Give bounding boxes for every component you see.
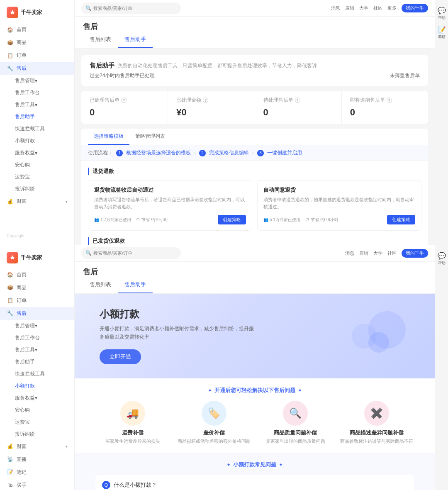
refund-card-1-desc: 消费者申请退货退款的，如果超越的退货退款是签收指定时间内，就自动审核通过。 [263,196,415,210]
home-icon-b: 🏠 [7,271,13,278]
sidebar-sub-security[interactable]: 安心购 [0,159,74,171]
stat-expiring: 即将逾期售后单 ? 0 [342,91,428,124]
feature-icon-2: 🔍 [283,401,308,426]
sidebar-item-home-b[interactable]: 🏠 首页 [0,268,74,281]
sidebar-sub-manage[interactable]: 售后管理 ▾ [0,75,74,87]
faq-q-icon-0: Q [102,481,110,489]
stat-label-1: 已处理金额 [176,97,201,104]
main-content-bottom: 🔍 消息 店铺 大学 社区 我的千牛 售后 售后列表 售后助手 [75,245,435,490]
feature-name-3: 商品描述差异问题补偿 [350,429,404,436]
info-icon-3[interactable]: ? [387,98,392,103]
feature-icon-3: ✖️ [364,401,389,426]
sidebar-item-order[interactable]: 📋 订单 [0,49,74,62]
sidebar-sub-logistics-b[interactable]: 运费宝 [0,416,74,428]
feedback-btn[interactable]: 📝 调研 [438,26,446,40]
tab-manage[interactable]: 策略管理列表 [129,129,171,145]
hero-illustration [319,307,410,365]
nav-action-msg-b[interactable]: 消息 [345,250,354,256]
sidebar-copyright: Copyright [0,230,74,241]
goods-icon: 📦 [7,39,13,46]
tab-list[interactable]: 售后列表 [83,32,118,48]
sidebar-sub-assistant[interactable]: 售后助手 [0,111,74,123]
user-btn-bottom[interactable]: 我的千牛 [402,249,428,258]
stat-value-3: 0 [350,107,420,118]
sidebar-sub-quick[interactable]: 快速拦截工具 [0,123,74,135]
sidebar-sub-workbench-b[interactable]: 售后工作台 [0,332,74,344]
sidebar-item-finance-b[interactable]: 💰 财富 ▾ [0,440,74,453]
search-input-bottom[interactable] [93,251,177,256]
sidebar-item-home[interactable]: 🏠 首页 [0,23,74,36]
feature-name-2: 商品质量问题补偿 [274,429,317,436]
help-label: 帮助 [438,15,446,21]
features-title: 开通后您可轻松解决以下售后问题 [214,387,295,394]
sidebar-logo: 千牛卖家 [0,3,74,23]
info-icon-1[interactable]: ? [203,98,208,103]
hero-open-btn[interactable]: 立即开通 [100,349,141,364]
sidebar-sub-tools-b[interactable]: 售后工具 ▾ [0,344,74,356]
sidebar-bottom: 千牛卖家 🏠 首页 📦 商品 📋 订单 🔧 售后 售后管理 ▾ [0,245,75,490]
sidebar-item-finance[interactable]: 💰 财富 ▾ [0,195,74,208]
sidebar-sub-tasks[interactable]: 投诉纠纷 [0,183,74,195]
sidebar-item-aftersale-b[interactable]: 🔧 售后 [0,307,74,320]
nav-action-msg[interactable]: 消息 [331,5,340,11]
nav-action-community[interactable]: 社区 [373,5,382,11]
feature-name-0: 运费补偿 [122,429,144,436]
page-tabs-bottom: 售后列表 售后助手 [83,277,426,293]
tab-assistant-bottom[interactable]: 售后助手 [118,277,153,293]
stat-time: ⏱ 节省 约10小时 [136,217,168,223]
user-btn[interactable]: 我的千牛 [402,4,428,12]
info-icon-2[interactable]: ? [295,98,300,103]
sidebar-sub-small-payment[interactable]: 小额打款 [0,135,74,147]
sidebar-item-order-b[interactable]: 📋 订单 [0,294,74,307]
nav-action-university[interactable]: 大学 [359,5,368,11]
nav-action-university-b[interactable]: 大学 [373,250,382,256]
sidebar-sub-service-rights-b[interactable]: 服务权益 ▾ [0,392,74,404]
faq-bullet-left: ◆ [227,463,230,466]
sidebar-sub-tools[interactable]: 售后工具 ▾ [0,99,74,111]
clock-icon: ⏱ [305,217,309,222]
sidebar-item-note-b[interactable]: 📝 笔记 [0,466,74,479]
nav-action-community-b[interactable]: 社区 [387,250,397,256]
sidebar-sub-security-b[interactable]: 安心购 [0,404,74,416]
search-box[interactable]: 🔍 [81,2,181,14]
sidebar-logo-bottom: 千牛卖家 [0,249,74,268]
stat-value-1: ¥0 [176,107,246,118]
stat-pending: 待处理售后单 ? 0 [255,91,342,124]
search-box-bottom[interactable]: 🔍 [81,247,181,259]
sidebar-item-live-b[interactable]: 📡 直播 [0,453,74,466]
sidebar-sub-tasks-b[interactable]: 投诉纠纷 [0,428,74,440]
create-btn-1[interactable]: 创建策略 [387,215,415,224]
nav-action-store[interactable]: 店铺 [345,5,354,11]
sidebar-sub-small-payment-b[interactable]: 小额打款 [0,380,74,392]
refund-card-0: 退货物流签收后自动通过 消费者填写退货物流单号后，若退货商品已根据承诺签收指定时… [88,180,252,231]
info-icon-0[interactable]: ? [121,98,127,103]
sidebar-sub-logistics[interactable]: 运费宝 [0,171,74,183]
sidebar-sub-workbench[interactable]: 售后工作台 [0,87,74,99]
stat-label-2: 待处理售后单 [263,97,293,104]
sidebar-sub-quick-b[interactable]: 快速拦截工具 [0,368,74,380]
nav-action-store-b[interactable]: 店铺 [359,250,368,256]
tab-assistant[interactable]: 售后助手 [118,32,153,48]
sidebar-sub-service-rights[interactable]: 服务权益 ▾ [0,147,74,159]
sidebar-item-aftersale[interactable]: 🔧 售后 [0,62,74,75]
faq-bullet-right: ◆ [280,463,282,466]
sidebar-sub-manage-b[interactable]: 售后管理 ▾ [0,320,74,332]
sidebar-sub-assistant-b[interactable]: 售后助手 [0,356,74,368]
feature-card-3: ✖️ 商品描述差异问题补偿 商品参数标注错误等与实际商品不符 [339,401,414,444]
sidebar-item-goods[interactable]: 📦 商品 [0,36,74,49]
clock-icon: ⏱ [136,217,140,222]
create-btn-0[interactable]: 创建策略 [218,215,246,224]
tab-list-bottom[interactable]: 售后列表 [83,277,118,293]
help-btn-bottom[interactable]: 💬 帮助 [438,252,446,266]
feature-icon-1: 🏷️ [202,401,226,426]
search-input[interactable] [93,6,177,11]
nav-action-more[interactable]: 更多 [387,5,397,11]
feedback-label: 调研 [438,34,446,40]
help-btn[interactable]: 💬 帮助 [438,7,446,21]
sidebar-item-buyer-b[interactable]: 🛍 买手 [0,479,74,490]
live-icon-b: 📡 [7,456,13,463]
feature-card-0: 🚚 运费补偿 买家发生运费差异来的损失 [95,401,170,444]
tab-template[interactable]: 选择策略模板 [88,129,129,145]
hero-section: 小额打款 开通小额打款，满足消费者小额补偿附付需求，减少售后纠纷，提升服务质量以… [75,294,435,378]
sidebar-item-goods-b[interactable]: 📦 商品 [0,281,74,294]
